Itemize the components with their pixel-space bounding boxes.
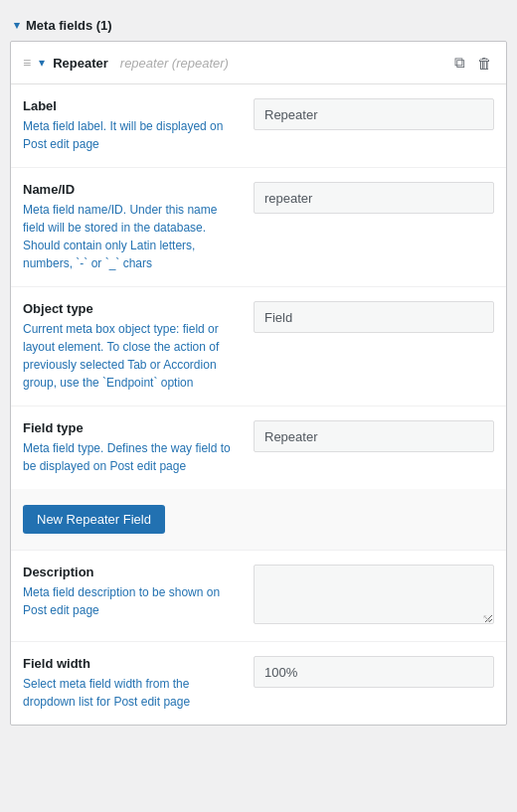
- repeater-header: ≡ ▾ Repeater repeater (repeater) ⧉ 🗑: [11, 42, 506, 84]
- field-input-col-3: Repeater: [254, 420, 494, 452]
- field-label-title-3: Field type: [23, 420, 242, 435]
- field-row-2: Object type Current meta box object type…: [11, 287, 506, 406]
- bottom-field-label-col-1: Field width Select meta field width from…: [23, 656, 242, 711]
- field-input-col-1: repeater: [254, 182, 494, 214]
- bottom-field-row-1: Field width Select meta field width from…: [11, 642, 506, 725]
- field-label-desc-1: Meta field name/ID. Under this name fiel…: [23, 201, 242, 272]
- field-label-col-1: Name/ID Meta field name/ID. Under this n…: [23, 182, 242, 272]
- new-repeater-section: New Repeater Field: [11, 489, 506, 551]
- field-label-col-2: Object type Current meta box object type…: [23, 301, 242, 392]
- bottom-field-label-title-0: Description: [23, 565, 242, 579]
- field-label-desc-3: Meta field type. Defines the way field t…: [23, 439, 242, 475]
- field-label-title-0: Label: [23, 98, 242, 113]
- section-chevron-icon: ▾: [14, 19, 20, 32]
- field-input-col-2: Field: [254, 301, 494, 333]
- resize-indicator-0: ⤡: [482, 613, 491, 624]
- drag-icon[interactable]: ≡: [23, 55, 31, 71]
- textarea-field-0[interactable]: [254, 565, 494, 624]
- bottom-field-input-col-0: ⤡: [254, 565, 494, 627]
- field-row-1: Name/ID Meta field name/ID. Under this n…: [11, 168, 506, 287]
- repeater-subtitle: repeater (repeater): [120, 56, 229, 71]
- field-input-col-0: Repeater: [254, 98, 494, 130]
- section-title: Meta fields (1): [26, 18, 112, 33]
- bottom-fields-container: Description Meta field description to be…: [11, 551, 506, 725]
- field-row-0: Label Meta field label. It will be displ…: [11, 84, 506, 168]
- bottom-field-value-1: 100%: [254, 656, 494, 688]
- meta-fields-section-header[interactable]: ▾ Meta fields (1): [10, 10, 507, 41]
- bottom-field-row-0: Description Meta field description to be…: [11, 551, 506, 642]
- bottom-field-label-desc-0: Meta field description to be shown on Po…: [23, 583, 242, 619]
- field-label-title-1: Name/ID: [23, 182, 242, 197]
- panel: ▾ Meta fields (1) ≡ ▾ Repeater repeater …: [0, 0, 517, 747]
- textarea-wrapper-0: ⤡: [254, 565, 494, 627]
- field-value-0: Repeater: [254, 98, 494, 130]
- main-fields-container: Label Meta field label. It will be displ…: [11, 84, 506, 489]
- repeater-actions: ⧉ 🗑: [452, 52, 494, 74]
- field-label-col-0: Label Meta field label. It will be displ…: [23, 98, 242, 153]
- delete-icon[interactable]: 🗑: [475, 53, 494, 74]
- bottom-field-label-title-1: Field width: [23, 656, 242, 671]
- field-row-3: Field type Meta field type. Defines the …: [11, 406, 506, 489]
- field-label-desc-0: Meta field label. It will be displayed o…: [23, 117, 242, 153]
- field-label-desc-2: Current meta box object type: field or l…: [23, 320, 242, 392]
- field-label-title-2: Object type: [23, 301, 242, 316]
- toggle-icon[interactable]: ▾: [39, 56, 45, 70]
- repeater-card: ≡ ▾ Repeater repeater (repeater) ⧉ 🗑 Lab…: [10, 41, 507, 726]
- new-repeater-button[interactable]: New Repeater Field: [23, 505, 165, 534]
- field-value-3: Repeater: [254, 420, 494, 452]
- bottom-field-input-col-1: 100%: [254, 656, 494, 688]
- field-value-2: Field: [254, 301, 494, 333]
- repeater-title: Repeater: [53, 56, 108, 71]
- field-label-col-3: Field type Meta field type. Defines the …: [23, 420, 242, 475]
- field-value-1: repeater: [254, 182, 494, 214]
- copy-icon[interactable]: ⧉: [452, 52, 467, 74]
- bottom-field-label-col-0: Description Meta field description to be…: [23, 565, 242, 619]
- bottom-field-label-desc-1: Select meta field width from the dropdow…: [23, 675, 242, 711]
